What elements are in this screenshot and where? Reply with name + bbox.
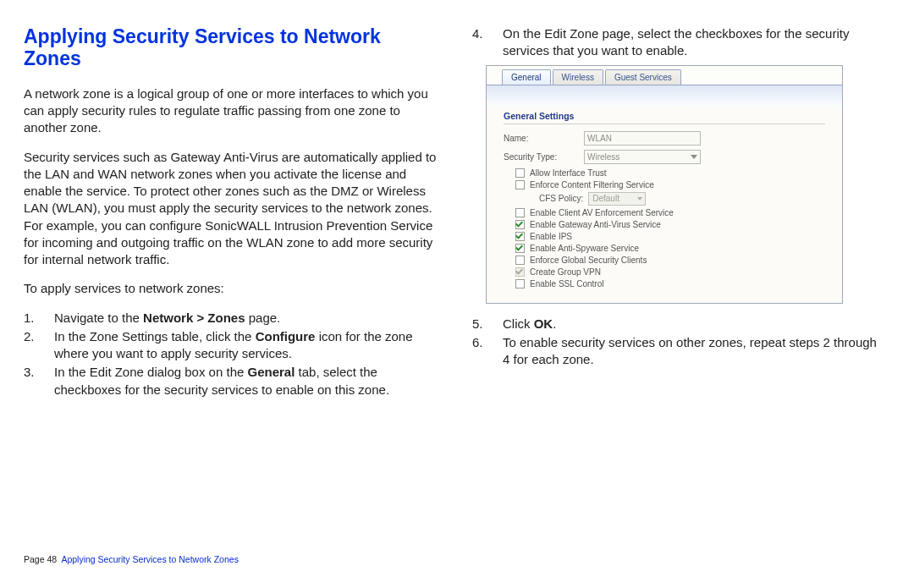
checkbox-global-security[interactable] (515, 256, 525, 265)
step-list-right: 4. On the Edit Zone page, select the che… (472, 25, 887, 60)
footer-title: Applying Security Services to Network Zo… (61, 554, 239, 564)
checkbox-ips[interactable] (515, 232, 525, 241)
step-3: 3. In the Edit Zone dialog box on the Ge… (24, 364, 438, 398)
step-list-right-2: 5. Click OK. 6. To enable security servi… (472, 316, 887, 369)
page-title: Applying Security Services to Network Zo… (24, 25, 438, 70)
cfs-policy-row: CFS Policy: Default (539, 192, 825, 206)
tab-guest-services[interactable]: Guest Services (605, 69, 681, 85)
checkbox-gateway-av[interactable] (515, 220, 525, 229)
checkbox-ssl-control[interactable] (515, 279, 525, 289)
checkbox-group-vpn[interactable] (515, 267, 525, 277)
cfs-policy-select[interactable]: Default (588, 192, 646, 206)
intro-para-2: Security services such as Gateway Anti-V… (24, 149, 438, 269)
page-number: Page 48 (24, 554, 57, 564)
name-field[interactable]: WLAN (584, 131, 701, 146)
step-list-left: 1. Navigate to the Network > Zones page.… (24, 310, 438, 398)
intro-para-1: A network zone is a logical group of one… (24, 85, 438, 137)
tab-wireless[interactable]: Wireless (553, 69, 603, 85)
step-6: 6. To enable security services on other … (472, 334, 887, 369)
page-footer: Page 48 Applying Security Services to Ne… (24, 554, 239, 564)
section-general-settings: General Settings (504, 111, 825, 124)
intro-para-3: To apply services to network zones: (24, 280, 438, 297)
edit-zone-screenshot: General Wireless Guest Services General … (486, 65, 843, 304)
step-2: 2. In the Zone Settings table, click the… (24, 328, 438, 363)
security-type-select[interactable]: Wireless (584, 150, 701, 164)
checkbox-content-filtering[interactable] (515, 180, 525, 190)
step-5: 5. Click OK. (472, 316, 887, 332)
checkbox-allow-interface-trust[interactable] (515, 168, 525, 178)
name-label: Name: (504, 134, 584, 143)
step-1: 1. Navigate to the Network > Zones page. (24, 310, 438, 327)
security-type-label: Security Type: (504, 152, 584, 162)
tab-general[interactable]: General (502, 69, 551, 85)
checkbox-client-av[interactable] (515, 208, 525, 217)
toolbar-strip (487, 85, 842, 106)
step-4: 4. On the Edit Zone page, select the che… (472, 25, 887, 60)
checkbox-antispyware[interactable] (515, 244, 525, 253)
